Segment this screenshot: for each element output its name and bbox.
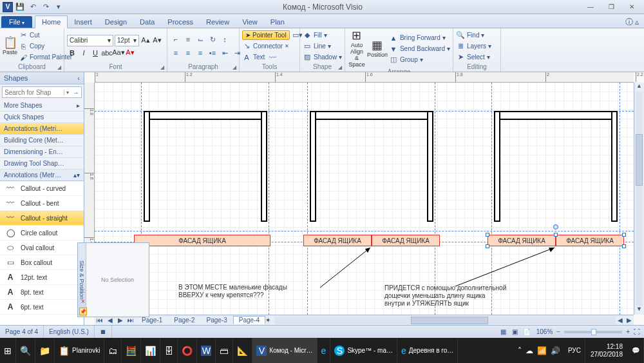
close-button[interactable]: ✕ xyxy=(623,2,640,12)
scroll-left-icon[interactable]: ◀ xyxy=(616,317,625,324)
align-center-button[interactable]: ≡ xyxy=(182,47,194,59)
shrink-font-button[interactable]: A▾ xyxy=(152,35,162,46)
taskbar-item[interactable]: 🗃 xyxy=(216,338,233,363)
shape-item[interactable]: ⬭Oval callout xyxy=(0,240,84,255)
restore-button[interactable]: ❐ xyxy=(603,2,620,12)
guide[interactable] xyxy=(491,83,492,315)
selection-handle[interactable] xyxy=(486,233,489,237)
font-name-select[interactable]: Calibri▾ xyxy=(67,35,113,46)
send-backward-button[interactable]: ▼Send Backward▾ xyxy=(389,44,450,54)
shapes-cat[interactable]: Quick Shapes xyxy=(0,112,84,123)
shape-item[interactable]: A12pt. text xyxy=(0,270,84,285)
autoalign-button[interactable]: ⊞Auto Align & Space xyxy=(348,30,366,68)
annotation-note[interactable]: В ЭТОМ МЕСТЕ маленькие фасады ВВЕРХУ к ч… xyxy=(178,284,320,299)
shapes-collapse-icon[interactable]: ‹ xyxy=(77,74,80,82)
taskbar-item[interactable]: 📐 xyxy=(233,338,252,363)
guide[interactable] xyxy=(307,83,308,315)
zoom-in-icon[interactable]: + xyxy=(626,328,630,335)
tray-cloud-icon[interactable]: ☁ xyxy=(526,346,533,355)
status-record-icon[interactable]: ⏹ xyxy=(95,326,112,338)
shape-item[interactable]: A6pt. text xyxy=(0,300,84,315)
rotation-handle[interactable] xyxy=(553,224,558,230)
qat-customize-icon[interactable]: ▾ xyxy=(53,1,64,13)
scroll-thumb[interactable] xyxy=(636,134,643,186)
qat-undo-icon[interactable]: ↶ xyxy=(27,1,39,13)
taskbar-explorer[interactable]: 📁 xyxy=(35,338,55,363)
tray-volume-icon[interactable]: 🔊 xyxy=(551,346,560,355)
tray-up-icon[interactable]: ˄ xyxy=(518,346,522,355)
italic-button[interactable]: I xyxy=(79,48,89,58)
zoom-out-icon[interactable]: − xyxy=(556,328,560,335)
zoom-fit-icon[interactable]: ⛶ xyxy=(634,328,640,335)
grow-font-button[interactable]: A▴ xyxy=(140,35,151,46)
pane-close-icon[interactable]: × xyxy=(79,297,87,305)
view-fullscreen-icon[interactable]: ▣ xyxy=(509,328,521,335)
tab-plan[interactable]: Plan xyxy=(264,16,291,28)
view-page-icon[interactable]: 📄 xyxy=(521,328,533,335)
start-button[interactable]: ⊞ xyxy=(0,338,16,363)
paste-button[interactable]: 📋 Paste xyxy=(3,37,17,55)
bring-forward-button[interactable]: ▲Bring Forward▾ xyxy=(389,33,450,43)
shape-item[interactable]: 〰Callout - straight xyxy=(0,211,84,226)
align-left-button[interactable]: ≡ xyxy=(170,47,182,59)
align-bottom-button[interactable]: ⌙ xyxy=(194,34,206,45)
fill-button[interactable]: ◆Fill▾ xyxy=(303,30,342,41)
shape-item[interactable]: A8pt. text xyxy=(0,285,84,300)
sheet-first-icon[interactable]: ⏮ xyxy=(95,317,105,324)
tab-data[interactable]: Data xyxy=(133,16,161,28)
direction-button[interactable]: ↕ xyxy=(219,34,231,45)
scroll-down-icon[interactable]: ▼ xyxy=(634,306,644,315)
taskbar-item[interactable]: 🗄 xyxy=(160,338,178,363)
more-shapes-button[interactable]: More Shapes▸ xyxy=(0,100,84,112)
search-go-icon[interactable]: → xyxy=(71,89,81,96)
sheet-add-icon[interactable]: ✶ xyxy=(265,317,270,324)
taskbar-item[interactable]: VКомод - Micr… xyxy=(252,338,317,363)
align-right-button[interactable]: ≡ xyxy=(194,47,206,59)
taskbar-item[interactable]: SSkype™ - ma… xyxy=(330,338,397,363)
shape-item[interactable]: ◯Circle callout xyxy=(0,226,84,240)
facade-label[interactable]: ФАСАД ЯЩИКА xyxy=(556,235,624,246)
align-middle-button[interactable]: ≡ xyxy=(182,34,194,45)
taskbar-item[interactable]: eДеревня в го… xyxy=(397,338,458,363)
annotation-note[interactable]: ПРИДЕТСЯ с помощью дополнительной дощечк… xyxy=(384,284,539,308)
size-position-pane[interactable]: Size & Position No Selection × 📌 xyxy=(77,242,149,317)
selection-handle[interactable] xyxy=(622,233,626,237)
shapes-cat[interactable]: Dimensioning - En… xyxy=(0,146,84,158)
vertical-scrollbar[interactable]: ▲ ▼ xyxy=(634,83,644,315)
connector-tool-button[interactable]: ↘Connector✕ xyxy=(242,41,303,52)
drawer-shape[interactable] xyxy=(494,111,618,231)
position-button[interactable]: ▦Position xyxy=(367,39,388,58)
minimize-button[interactable]: — xyxy=(582,2,599,12)
shapes-cat[interactable]: Annotations (Metri… xyxy=(0,123,84,135)
scroll-thumb[interactable] xyxy=(411,317,488,324)
shape-item[interactable]: 〰Callout - curved xyxy=(0,181,84,196)
notifications-icon[interactable]: 💬 xyxy=(628,338,644,363)
guide[interactable] xyxy=(95,231,634,231)
sheet-last-icon[interactable]: ⏭ xyxy=(126,317,136,324)
taskbar-item[interactable]: 📋Planirovki xyxy=(55,338,104,363)
search-dropdown-icon[interactable]: ▾ xyxy=(64,90,71,95)
taskbar-clock[interactable]: 12:18 27/02/2018 xyxy=(585,343,628,358)
shapes-cat[interactable]: Drawing Tool Shap… xyxy=(0,158,84,170)
taskbar-item[interactable]: ⭕ xyxy=(178,338,197,363)
taskbar-language[interactable]: РУС xyxy=(564,338,585,363)
text-tool-button[interactable]: AText〰 xyxy=(242,52,303,63)
layers-button[interactable]: ≣Layers▾ xyxy=(456,41,491,52)
status-language[interactable]: English (U.S.) xyxy=(44,326,95,338)
sheet-tab[interactable]: Page-3 xyxy=(201,316,233,324)
system-tray[interactable]: ˄ ☁ 📶 🔊 xyxy=(514,346,564,355)
dialog-launcher-icon[interactable]: ◢ xyxy=(338,64,342,70)
taskbar-item[interactable]: 🗂 xyxy=(104,338,122,363)
sheet-prev-icon[interactable]: ◀ xyxy=(105,317,115,324)
taskbar-search[interactable]: 🔍 xyxy=(16,338,35,363)
facade-label[interactable]: ФАСАД ЯЩИКА xyxy=(303,235,372,246)
selection-handle[interactable] xyxy=(622,244,626,248)
freeform-tool-button[interactable]: 〰 xyxy=(267,52,278,63)
group-button[interactable]: ◫Group▾ xyxy=(389,55,450,65)
sheet-tab[interactable]: Page-4 xyxy=(233,316,265,324)
font-size-select[interactable]: 12pt▾ xyxy=(115,35,139,46)
bullets-button[interactable]: •≡ xyxy=(207,47,218,59)
tab-process[interactable]: Process xyxy=(161,16,200,28)
view-normal-icon[interactable]: ▦ xyxy=(498,328,509,335)
dialog-launcher-icon[interactable]: ◢ xyxy=(160,64,164,70)
